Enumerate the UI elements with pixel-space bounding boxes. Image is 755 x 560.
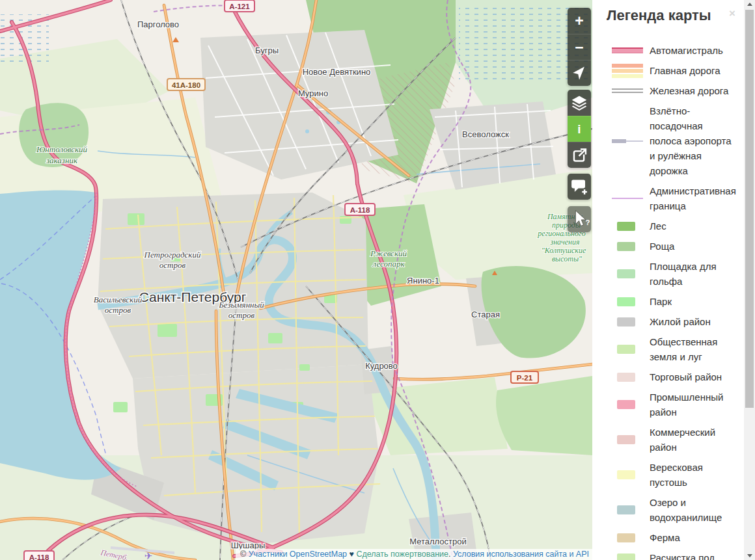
svg-text:Р-21: Р-21 [517,374,533,382]
zoom-control-group: + − [568,8,591,86]
legend-item-label: Жилой район [650,314,755,329]
map-label: Парголово [137,20,179,29]
legend-item-label: Общественная земля и луг [650,334,755,364]
road-badge: А-118 [345,204,375,215]
legend-swatch [617,435,635,444]
legend-swatch [617,345,635,354]
close-icon[interactable]: × [729,8,735,19]
legend-item-label: Промышленный район [650,390,755,420]
legend-item: Площадка для гольфа [592,259,755,289]
legend-swatch [617,553,635,560]
legend-item: Вересковая пустошь [592,460,755,490]
app: ✈ ПарголовоБугрыНовое ДевяткиноМуриноВсе… [0,0,755,560]
legend-item-label: Ферма [650,530,755,545]
donate-link[interactable]: Сделать пожертвование [356,550,448,559]
map-label: "Колтушские [542,246,586,255]
legend-item: Роща [592,239,755,254]
share-icon [568,144,591,167]
map-label: Безымянный [218,300,264,310]
legend-item: Промышленный район [592,390,755,420]
legend-swatch [617,317,635,327]
legend-swatch [617,297,635,306]
legend-item-label: Административная граница [650,183,755,213]
legend-item-label: Главная дорога [650,63,755,78]
legend-item: Парк [592,294,755,309]
legend-item-label: Торговый район [650,369,755,384]
road-badge: Р-21 [511,371,538,383]
locate-button[interactable] [568,60,591,86]
legend-item-label: Вересковая пустошь [650,460,755,490]
legend-swatch [617,242,635,251]
map-label: Васильевский [94,295,143,304]
note-control-group [568,174,591,200]
copyright-text: © [240,550,249,559]
svg-text:А-118: А-118 [29,553,49,560]
legend-item-label: Взлётно-посадочная полоса аэропорта и ру… [650,103,755,178]
terms-link[interactable]: Условия использования сайта и API [453,550,589,559]
map-label: Ржевский [370,248,407,258]
airport-icon: ✈ [144,550,153,560]
share-button[interactable] [568,142,591,168]
scroll-up-arrow[interactable] [744,0,755,10]
legend-item-label: Парк [650,294,755,309]
legend-item: Административная граница [592,183,755,213]
query-cursor-icon: ? [568,207,591,232]
layers-button[interactable] [568,90,591,116]
svg-text:41А-180: 41А-180 [172,81,200,89]
legend-swatch [617,373,635,382]
separator-text: . [448,550,453,559]
map-label: Кудрово [365,361,398,371]
layers-icon [568,92,591,114]
map-label: Бугры [255,46,279,55]
legend-item: Озеро и водохранилище [592,495,755,525]
map-label: остров [228,310,255,320]
contributors-link[interactable]: Участники OpenStreetMap [249,550,347,559]
road-badge: А-121 [225,0,254,12]
legend-item: Автомагистраль [592,43,755,58]
map-key-button[interactable]: i [568,116,591,142]
legend-swatch [617,470,635,479]
legend-item-label: Автомагистраль [650,43,755,58]
map-canvas[interactable]: ✈ ПарголовоБугрыНовое ДевяткиноМуриноВсе… [0,0,592,560]
zoom-in-button[interactable]: + [568,8,591,34]
legend-item-label: Озеро и водохранилище [650,495,755,525]
layer-control-group: i [568,90,591,168]
svg-text:А-118: А-118 [350,206,370,214]
question-mark-glyph: ? [586,219,590,226]
query-features-button[interactable]: ? [568,206,591,232]
zoom-out-button[interactable]: − [568,34,591,60]
legend-swatch [612,64,643,78]
attribution-bar: © Участники OpenStreetMap ♥ Сделать поже… [236,549,592,560]
legend-items: АвтомагистральГлавная дорогаЖелезная дор… [592,43,755,560]
legend-item-label: Железная дорога [650,83,755,98]
map-label: остров [105,305,131,315]
map-svg: ✈ ПарголовоБугрыНовое ДевяткиноМуриноВсе… [0,0,592,560]
legend-item-label: Лес [650,219,755,233]
legend-item: Главная дорога [592,63,755,78]
map-label: значения [549,237,579,247]
legend-item: Ферма [592,530,755,545]
scrollbar-thumb[interactable] [745,10,754,408]
legend-swatch [612,198,643,199]
info-icon: i [577,122,581,136]
scroll-down-arrow[interactable] [744,550,755,560]
legend-item: Жилой район [592,314,755,329]
add-note-button[interactable] [568,174,591,200]
legend-swatch [617,533,635,542]
legend-swatch [617,400,635,409]
svg-text:А-121: А-121 [229,3,250,10]
legend-swatch [612,88,643,93]
legend-swatch [617,222,635,231]
map-label: Всеволожск [462,129,509,139]
minus-icon: − [575,39,583,56]
legend-item: Коммерческий район [592,425,755,455]
road-badge: 41А-180 [167,79,205,90]
legend-swatch [612,47,643,53]
map-label: Янино-1 [407,276,439,286]
legend-item-label: Площадка для гольфа [650,259,755,289]
legend-item: Торговый район [592,369,755,384]
map-label: остров [159,260,186,270]
legend-item-label: Коммерческий район [650,425,755,455]
legend-scrollbar[interactable] [744,0,755,560]
legend-swatch [612,139,643,144]
